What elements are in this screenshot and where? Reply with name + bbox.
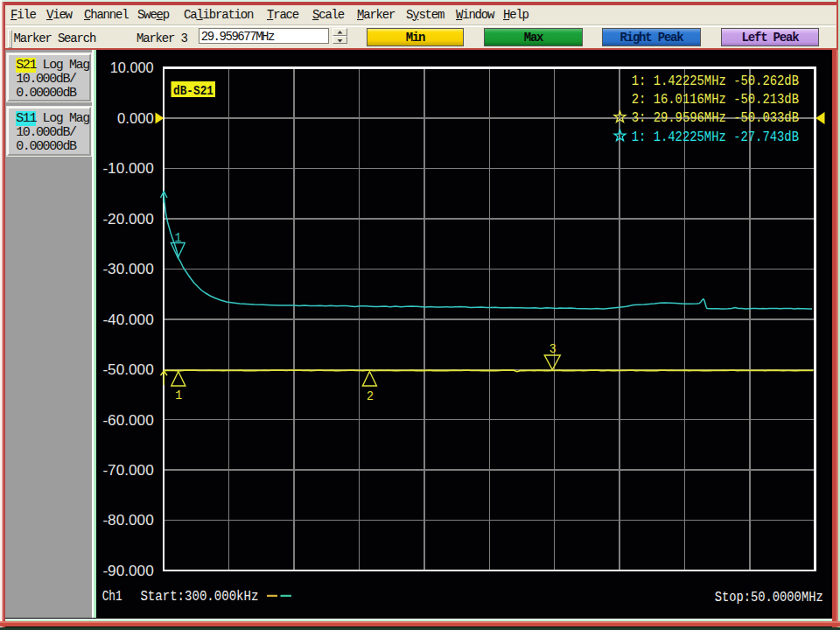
svg-text:1: 1.42225MHz -50.262dB: 1: 1.42225MHz -50.262dB [632,74,799,89]
svg-text:3: 29.9596MHz -50.033dB: 3: 29.9596MHz -50.033dB [632,110,799,126]
svg-text:-50.000: -50.000 [102,362,153,377]
svg-text:Ch1: Ch1 [102,589,122,605]
svg-text:-60.000: -60.000 [102,413,153,428]
svg-text:Stop:50.0000MHz: Stop:50.0000MHz [715,590,823,606]
svg-text:-80.000: -80.000 [102,513,153,528]
svg-text:1: 1 [175,231,182,245]
svg-text:-30.000: -30.000 [102,262,153,276]
svg-text:0.000: 0.000 [117,111,154,126]
svg-text:3: 3 [550,342,556,356]
svg-text:2: 2 [367,389,374,403]
svg-text:-70.000: -70.000 [102,463,153,478]
svg-text:-10.000: -10.000 [102,161,153,176]
svg-text:1: 1 [175,388,182,402]
svg-text:-90.000: -90.000 [102,564,153,578]
svg-text:1: 1.42225MHz -27.743dB: 1: 1.42225MHz -27.743dB [632,130,799,145]
svg-text:-20.000: -20.000 [102,212,153,227]
svg-text:Start:300.000kHz: Start:300.000kHz [140,589,258,605]
svg-text:10.000: 10.000 [110,60,154,75]
svg-text:dB-S21: dB-S21 [173,84,214,98]
svg-text:-40.000: -40.000 [102,312,153,327]
svg-text:2: 16.0116MHz -50.213dB: 2: 16.0116MHz -50.213dB [632,92,799,108]
